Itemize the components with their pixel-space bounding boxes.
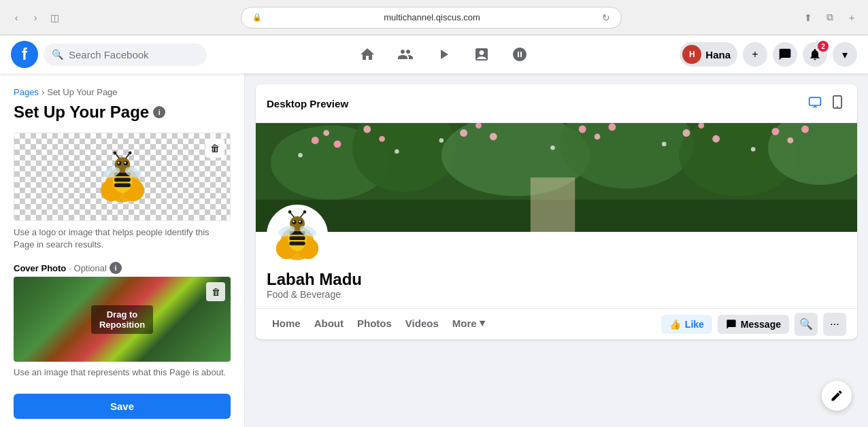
share-button[interactable]: ⬆ (800, 10, 816, 26)
url-text: multichannel.qiscus.com (266, 12, 598, 22)
page-name: Labah Madu (267, 270, 846, 289)
address-bar[interactable]: 🔒 multichannel.qiscus.com ↻ (241, 7, 622, 29)
video-nav-button[interactable] (427, 38, 460, 71)
browser-chrome: ‹ › ◫ 🔒 multichannel.qiscus.com ↻ ⬆ ⧉ + (0, 0, 868, 35)
fb-nav-right: H Hana + 2 ▾ (680, 42, 857, 67)
fb-nav-center (207, 38, 680, 71)
chevron-button[interactable]: ▾ (833, 42, 857, 67)
preview-profile: Labah Madu Food & Beverage (256, 232, 857, 308)
profile-info: Labah Madu Food & Beverage (267, 232, 846, 308)
user-pill[interactable]: H Hana (680, 42, 737, 67)
forward-button[interactable]: › (27, 10, 44, 26)
add-button[interactable]: + (743, 42, 767, 67)
svg-point-22 (837, 106, 838, 107)
svg-rect-18 (809, 97, 821, 105)
tab-home[interactable]: Home (267, 309, 306, 339)
cover-info-icon[interactable]: i (110, 262, 122, 274)
marketplace-nav-button[interactable] (465, 38, 498, 71)
desktop-view-button[interactable] (804, 92, 826, 114)
logo-section: 🗑 Use a logo or image that helps people … (14, 133, 231, 251)
drag-reposition-label[interactable]: Drag to Reposition (91, 305, 153, 334)
svg-point-17 (128, 151, 131, 154)
fb-search-bar[interactable]: 🔍 (44, 44, 207, 66)
search-icon: 🔍 (799, 318, 813, 330)
svg-point-52 (550, 146, 555, 150)
preview-header: Desktop Preview (256, 84, 857, 123)
svg-point-46 (771, 128, 779, 135)
logo-delete-button[interactable]: 🗑 (205, 139, 224, 158)
write-edit-button[interactable] (822, 381, 852, 411)
notification-badge: 2 (818, 41, 829, 52)
svg-point-50 (395, 150, 399, 154)
device-buttons (804, 92, 846, 114)
svg-point-34 (334, 140, 341, 148)
svg-point-15 (113, 151, 116, 154)
groups-nav-button[interactable] (503, 38, 536, 71)
lock-icon: 🔒 (252, 13, 262, 22)
messenger-button[interactable] (773, 42, 797, 67)
message-button[interactable]: Message (718, 315, 789, 334)
tab-videos[interactable]: Videos (400, 309, 444, 339)
svg-point-10 (118, 162, 119, 163)
cover-hint-text: Use an image that represents what this P… (14, 367, 231, 377)
page-category: Food & Beverage (267, 289, 846, 300)
svg-point-49 (298, 153, 303, 158)
svg-rect-31 (531, 177, 575, 232)
bee-image (95, 150, 150, 204)
back-button[interactable]: ‹ (8, 10, 24, 26)
svg-point-39 (490, 133, 497, 141)
home-nav-button[interactable] (351, 38, 384, 71)
svg-point-42 (608, 123, 616, 131)
svg-point-40 (579, 126, 586, 133)
svg-point-47 (787, 137, 793, 143)
browser-nav: ‹ › ◫ (8, 10, 63, 26)
svg-point-51 (439, 138, 444, 143)
page-search-button[interactable]: 🔍 (795, 313, 818, 336)
svg-point-66 (299, 221, 301, 222)
fb-logo[interactable]: f (11, 41, 38, 68)
new-tab-button[interactable]: + (844, 10, 860, 26)
search-icon: 🔍 (52, 49, 63, 60)
logo-hint-text: Use a logo or image that helps people id… (14, 226, 231, 251)
svg-point-70 (288, 210, 292, 214)
cover-bg: Drag to Reposition (14, 277, 231, 362)
search-input[interactable] (69, 49, 178, 61)
friends-nav-button[interactable] (389, 38, 422, 71)
save-button[interactable]: Save (14, 394, 231, 419)
svg-point-48 (801, 126, 809, 133)
chevron-down-icon: ▾ (842, 48, 848, 61)
svg-point-11 (124, 162, 125, 163)
tab-button[interactable]: ◫ (46, 10, 63, 26)
desktop-preview-card: Desktop Preview (256, 84, 857, 339)
like-button[interactable]: 👍 Like (661, 315, 712, 334)
preview-area: Desktop Preview (245, 73, 868, 427)
cover-delete-button[interactable]: 🗑 (206, 282, 225, 301)
cover-label: Cover Photo · Optional i (14, 262, 231, 274)
mobile-view-button[interactable] (829, 92, 846, 114)
like-icon: 👍 (669, 319, 681, 330)
page-more-button[interactable]: ··· (823, 313, 846, 336)
tab-about[interactable]: About (309, 309, 349, 339)
svg-point-54 (751, 147, 756, 152)
reload-button[interactable]: ↻ (602, 12, 610, 23)
svg-point-32 (312, 137, 319, 144)
bookmark-button[interactable]: ⧉ (822, 10, 838, 26)
preview-title: Desktop Preview (267, 98, 348, 109)
user-name: Hana (705, 49, 731, 61)
page-tab-actions: 👍 Like Message 🔍 ··· (661, 313, 846, 336)
left-sidebar: Pages › Set Up Your Page Set Up Your Pag… (0, 73, 245, 427)
tab-more[interactable]: More ▾ (447, 309, 490, 339)
notifications-button[interactable]: 2 (803, 42, 827, 67)
tab-photos[interactable]: Photos (352, 309, 397, 339)
app: f 🔍 H Hana (0, 35, 868, 427)
title-info-icon[interactable]: i (153, 106, 165, 118)
cover-section: Cover Photo · Optional i Drag to Reposit… (14, 262, 231, 377)
fb-logo-text: f (22, 45, 27, 64)
cover-preview: Drag to Reposition 🗑 (14, 277, 231, 362)
more-dots-icon: ··· (830, 318, 839, 330)
breadcrumb: Pages › Set Up Your Page (14, 87, 231, 97)
svg-point-35 (363, 126, 371, 133)
preview-cover-photo (256, 123, 857, 232)
breadcrumb-pages-link[interactable]: Pages (14, 87, 39, 97)
profile-avatar (267, 205, 328, 266)
